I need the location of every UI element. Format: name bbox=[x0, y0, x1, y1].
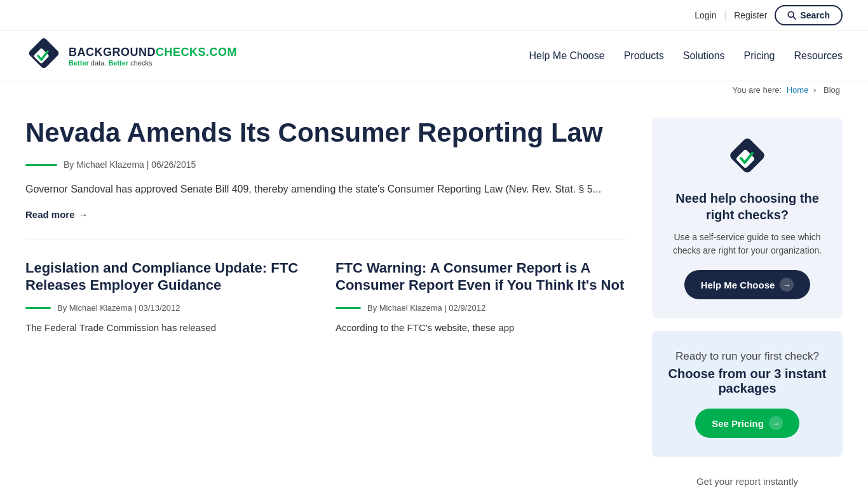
page-layout: Nevada Amends Its Consumer Reporting Law… bbox=[0, 98, 868, 488]
logo-text: BACKGROUNDCHECKS.COM Better data. Better… bbox=[69, 46, 237, 67]
btn-arrow-icon: → bbox=[780, 278, 794, 292]
breadcrumb: You are here: Home › Blog bbox=[0, 81, 868, 98]
login-link[interactable]: Login bbox=[695, 10, 716, 20]
arrow-icon: → bbox=[79, 209, 88, 220]
breadcrumb-separator: › bbox=[811, 85, 818, 95]
search-icon bbox=[787, 11, 796, 20]
sub-article-1-author: By Michael Klazema | 03/13/2012 bbox=[57, 303, 180, 313]
register-link[interactable]: Register bbox=[734, 10, 767, 20]
sidebar-card-2-top-text: Ready to run your first check? bbox=[667, 350, 827, 363]
nav-help-me-choose[interactable]: Help Me Choose bbox=[529, 50, 604, 62]
nav-products[interactable]: Products bbox=[624, 50, 664, 62]
diamond-logo-icon bbox=[726, 137, 769, 180]
sub-article-2-meta: By Michael Klazema | 02/9/2012 bbox=[336, 303, 627, 313]
divider: | bbox=[724, 10, 727, 20]
main-nav: BACKGROUNDCHECKS.COM Better data. Better… bbox=[0, 31, 868, 81]
btn-arrow-icon-2: → bbox=[769, 416, 783, 430]
main-article-title: Nevada Amends Its Consumer Reporting Law bbox=[25, 118, 627, 148]
sidebar-diamond-icon bbox=[667, 137, 827, 180]
sub-article-1-excerpt: The Federal Trade Commission has release… bbox=[25, 320, 316, 335]
logo[interactable]: BACKGROUNDCHECKS.COM Better data. Better… bbox=[25, 37, 237, 74]
breadcrumb-current: Blog bbox=[824, 85, 840, 95]
nav-pricing[interactable]: Pricing bbox=[744, 50, 775, 62]
sidebar: Need help choosing the right checks? Use… bbox=[652, 118, 843, 487]
sub-article-2: FTC Warning: A Consumer Report is A Cons… bbox=[336, 259, 627, 335]
sub-meta-line-1 bbox=[25, 307, 51, 309]
nav-resources[interactable]: Resources bbox=[794, 50, 843, 62]
sub-article-1: Legislation and Compliance Update: FTC R… bbox=[25, 259, 316, 335]
sub-article-1-meta: By Michael Klazema | 03/13/2012 bbox=[25, 303, 316, 313]
sidebar-card-2-bold-text: Choose from our 3 instant packages bbox=[667, 367, 827, 396]
help-me-choose-button[interactable]: Help Me Choose → bbox=[684, 270, 811, 299]
sub-article-2-title: FTC Warning: A Consumer Report is A Cons… bbox=[336, 259, 627, 294]
logo-icon bbox=[25, 37, 62, 74]
read-more-link[interactable]: Read more → bbox=[25, 209, 88, 220]
main-content: Nevada Amends Its Consumer Reporting Law… bbox=[25, 118, 627, 487]
nav-links: Help Me Choose Products Solutions Pricin… bbox=[529, 50, 843, 62]
sub-article-2-excerpt: According to the FTC's website, these ap… bbox=[336, 320, 627, 335]
sidebar-card-help: Need help choosing the right checks? Use… bbox=[652, 118, 843, 318]
sidebar-bottom-text: Get your report instantly bbox=[652, 470, 843, 487]
article-meta: By Michael Klazema | 06/26/2015 bbox=[25, 159, 627, 170]
article-excerpt: Governor Sandoval has approved Senate Bi… bbox=[25, 181, 627, 198]
breadcrumb-home[interactable]: Home bbox=[787, 85, 809, 95]
main-article: Nevada Amends Its Consumer Reporting Law… bbox=[25, 118, 627, 240]
sub-article-1-title: Legislation and Compliance Update: FTC R… bbox=[25, 259, 316, 294]
top-bar: Login | Register Search bbox=[0, 0, 868, 31]
search-button[interactable]: Search bbox=[775, 5, 843, 25]
sub-articles-grid: Legislation and Compliance Update: FTC R… bbox=[25, 259, 627, 335]
article-author: By Michael Klazema | 06/26/2015 bbox=[64, 159, 196, 170]
sidebar-card-1-desc: Use a self-service guide to see which ch… bbox=[667, 231, 827, 257]
meta-line bbox=[25, 164, 57, 166]
svg-line-1 bbox=[793, 17, 796, 19]
nav-solutions[interactable]: Solutions bbox=[683, 50, 725, 62]
see-pricing-button[interactable]: See Pricing → bbox=[695, 409, 799, 438]
sub-article-2-author: By Michael Klazema | 02/9/2012 bbox=[367, 303, 485, 313]
sub-meta-line-2 bbox=[336, 307, 361, 309]
sidebar-card-1-title: Need help choosing the right checks? bbox=[667, 190, 827, 223]
sidebar-card-pricing: Ready to run your first check? Choose fr… bbox=[652, 331, 843, 457]
